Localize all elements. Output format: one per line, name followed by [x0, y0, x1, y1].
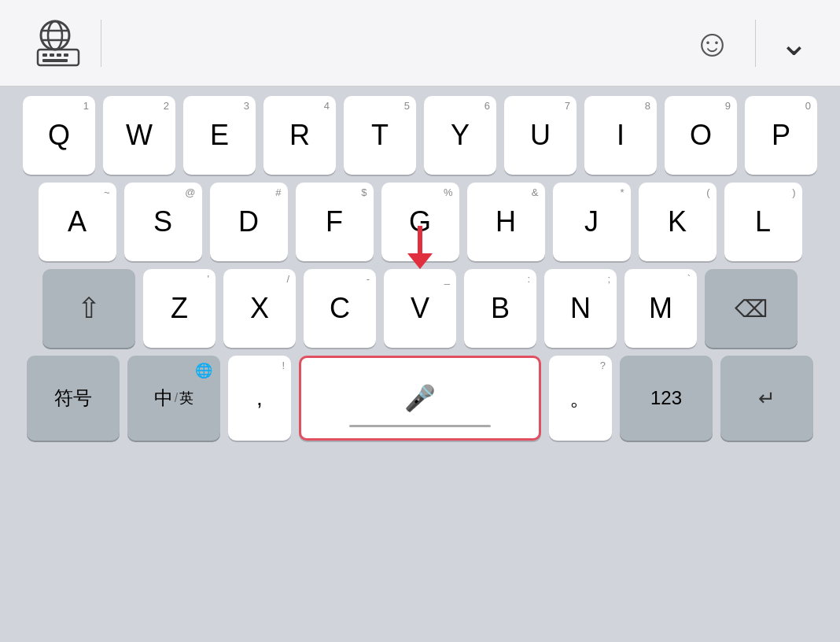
svg-point-0: [41, 21, 69, 50]
shift-key[interactable]: ⇧: [42, 269, 135, 348]
space-mic-key[interactable]: 🎤: [299, 356, 541, 441]
key-a[interactable]: ~ A: [39, 183, 116, 261]
svg-rect-4: [38, 50, 79, 65]
toolbar-divider: [101, 20, 101, 67]
key-o[interactable]: 9 O: [665, 96, 737, 175]
slash-label: /: [175, 391, 178, 405]
period-key[interactable]: ? 。: [549, 356, 612, 441]
comma-key[interactable]: ! ,: [228, 356, 291, 441]
svg-rect-7: [57, 54, 61, 57]
key-row-4: 符号 🌐 中 / 英 ! , 🎤 ? 。 123 ↵: [11, 356, 829, 441]
svg-rect-5: [42, 54, 47, 57]
key-d[interactable]: # D: [210, 183, 288, 261]
key-x[interactable]: / X: [223, 269, 296, 348]
key-l[interactable]: ) L: [724, 183, 802, 261]
key-b[interactable]: : B: [464, 269, 536, 348]
emoji-button[interactable]: ☺: [693, 24, 731, 62]
ying-label: 英: [179, 389, 193, 408]
dismiss-keyboard-button[interactable]: ⌄: [779, 23, 809, 63]
enter-key[interactable]: ↵: [720, 356, 813, 441]
delete-key[interactable]: ⌫: [705, 269, 798, 348]
keyboard: 1 Q 2 W 3 E 4 R 5 T 6 Y 7 U 8 I: [0, 87, 840, 642]
svg-rect-9: [42, 59, 68, 62]
key-p[interactable]: 0 P: [745, 96, 817, 175]
toolbar-left: [31, 15, 101, 72]
key-s[interactable]: @ S: [124, 183, 202, 261]
key-r[interactable]: 4 R: [263, 96, 336, 175]
key-w[interactable]: 2 W: [103, 96, 175, 175]
key-g[interactable]: % G: [381, 183, 459, 261]
key-m[interactable]: ` M: [624, 269, 697, 348]
svg-rect-8: [64, 54, 68, 57]
key-row-2: ~ A @ S # D $ F % G & H * J ( K: [11, 183, 829, 261]
key-u[interactable]: 7 U: [504, 96, 577, 175]
key-v[interactable]: _ V: [384, 269, 456, 348]
key-i[interactable]: 8 I: [584, 96, 657, 175]
key-h[interactable]: & H: [467, 183, 545, 261]
key-z[interactable]: ' Z: [143, 269, 216, 348]
key-y[interactable]: 6 Y: [424, 96, 496, 175]
key-row-1: 1 Q 2 W 3 E 4 R 5 T 6 Y 7 U 8 I: [11, 96, 829, 175]
toolbar-right: ☺ ⌄: [693, 20, 809, 67]
num123-key[interactable]: 123: [620, 356, 713, 441]
toolbar: ☺ ⌄: [0, 0, 840, 87]
globe-keyboard-button[interactable]: [31, 15, 85, 72]
key-n[interactable]: ; N: [544, 269, 617, 348]
key-q[interactable]: 1 Q: [23, 96, 95, 175]
svg-rect-6: [50, 54, 54, 57]
key-e[interactable]: 3 E: [183, 96, 256, 175]
svg-point-1: [48, 21, 62, 50]
key-k[interactable]: ( K: [639, 183, 717, 261]
zhong-ying-key[interactable]: 🌐 中 / 英: [127, 356, 220, 441]
key-c[interactable]: - C: [304, 269, 376, 348]
zhong-label: 中: [154, 386, 173, 411]
key-f[interactable]: $ F: [296, 183, 374, 261]
space-bar-line: [349, 425, 491, 427]
key-t[interactable]: 5 T: [344, 96, 416, 175]
key-j[interactable]: * J: [553, 183, 631, 261]
toolbar-right-divider: [755, 20, 756, 67]
key-row-3: ⇧ ' Z / X - C _ V : B ; N: [11, 269, 829, 348]
fuahao-key[interactable]: 符号: [27, 356, 120, 441]
